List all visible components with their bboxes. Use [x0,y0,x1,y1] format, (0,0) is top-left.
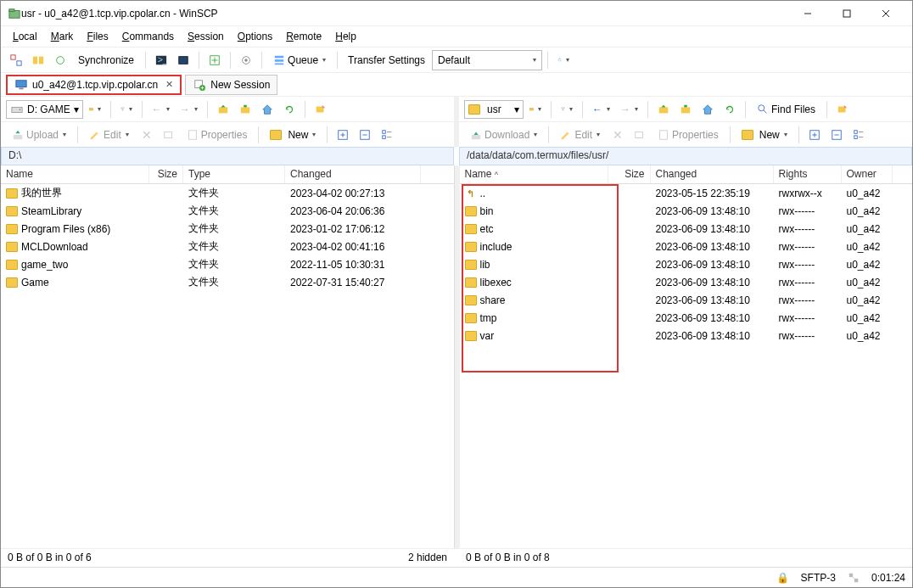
minimize-button[interactable] [788,1,827,26]
find-files-button[interactable]: Find Files [751,99,821,120]
col-changed[interactable]: Changed [285,165,421,183]
rename-remote-icon[interactable] [630,125,650,145]
back-button[interactable]: ←▾ [148,99,174,120]
local-file-list[interactable]: 我的世界文件夹2023-04-02 00:27:13SteamLibrary文件… [1,184,454,548]
bookmark-remote-icon[interactable] [832,99,853,120]
menu-options[interactable]: Options [232,29,277,44]
col-size-r[interactable]: Size [608,165,651,183]
home-icon[interactable] [257,99,277,120]
close-tab-icon[interactable]: ✕ [165,79,173,90]
session-tab-active[interactable]: u0_a42@1.tcp.vip.cpolar.cn ✕ [6,75,182,95]
file-row[interactable]: game_two文件夹2022-11-05 10:30:31 [1,255,454,273]
menu-session[interactable]: Session [182,29,229,44]
file-row[interactable]: Program Files (x86)文件夹2023-01-02 17:06:1… [1,220,454,238]
menu-remote[interactable]: Remote [281,29,327,44]
svg-rect-36 [659,107,669,113]
add-icon[interactable] [204,50,225,70]
bookmark-local-icon[interactable] [311,99,331,120]
sync-icon[interactable] [50,50,70,70]
refresh-local-icon[interactable] [279,99,300,120]
checklist-remote-icon[interactable] [849,125,869,145]
local-drive-combo[interactable]: D: GAME ▾ [6,100,83,119]
file-row[interactable]: include2023-06-09 13:48:10rwx------u0_a4… [460,238,913,255]
menu-commands[interactable]: Commands [117,29,179,44]
col-type[interactable]: Type [183,165,285,183]
file-row[interactable]: MCLDownload文件夹2023-04-02 00:41:16 [1,238,454,255]
plus-local-icon[interactable] [333,125,353,145]
gear-icon[interactable] [236,50,256,70]
remote-drive-combo[interactable]: usr ▾ [464,100,524,119]
file-row[interactable]: SteamLibrary文件夹2023-06-04 20:06:36 [1,202,454,220]
file-row[interactable]: etc2023-06-09 13:48:10rwx------u0_a42 [460,220,913,238]
file-row[interactable]: share2023-06-09 13:48:10rwx------u0_a42 [460,291,913,309]
queue-button[interactable]: Queue▾ [267,50,332,70]
menu-help[interactable]: Help [330,29,361,44]
file-row[interactable]: var2023-06-09 13:48:10rwx------u0_a42 [460,327,913,344]
plus-remote-icon[interactable] [804,125,825,145]
refresh-remote-icon[interactable] [720,99,740,120]
back-remote-button[interactable]: ←▾ [588,99,614,120]
parent-dir-remote-icon[interactable] [653,99,674,120]
files-row: Name Size Type Changed 我的世界文件夹2023-04-02… [1,165,912,548]
download-button[interactable]: Download▾ [464,125,543,145]
svg-rect-6 [11,54,15,59]
file-row[interactable]: Game文件夹2022-07-31 15:40:27 [1,273,454,291]
new-remote-button[interactable]: New▾ [736,125,793,145]
open-folder-remote-icon[interactable]: ▾ [525,99,546,120]
col-size[interactable]: Size [149,165,183,183]
forward-button[interactable]: →▾ [176,99,202,120]
open-folder-icon[interactable]: ▾ [85,99,105,120]
file-row[interactable]: ↰..2023-05-15 22:35:19rwxrwx--xu0_a42 [460,184,913,202]
local-path-bar[interactable]: D:\ [1,147,454,165]
minus-local-icon[interactable] [355,125,375,145]
minus-remote-icon[interactable] [826,125,847,145]
edit-remote-button[interactable]: Edit▾ [554,125,606,145]
checklist-local-icon[interactable] [377,125,397,145]
properties-local-button[interactable]: Properties [181,125,254,145]
menu-files[interactable]: Files [81,29,113,44]
new-local-button[interactable]: New▾ [264,125,322,145]
col-owner-r[interactable]: Owner [842,165,893,183]
file-row[interactable]: tmp2023-06-09 13:48:10rwx------u0_a42 [460,309,913,327]
edit-local-button[interactable]: Edit▾ [83,125,135,145]
menu-mark[interactable]: Mark [46,29,79,44]
file-row[interactable]: bin2023-06-09 13:48:10rwx------u0_a42 [460,202,913,220]
root-dir-remote-icon[interactable] [675,99,696,120]
putty-icon[interactable] [173,50,193,70]
file-row[interactable]: lib2023-06-09 13:48:10rwx------u0_a42 [460,255,913,273]
forward-remote-button[interactable]: →▾ [616,99,642,120]
menu-local[interactable]: Local [8,29,42,44]
home-remote-icon[interactable] [697,99,718,120]
delete-remote-icon[interactable]: ✕ [608,125,628,145]
filter-remote-icon[interactable]: ▾ [557,99,577,120]
svg-rect-43 [164,132,171,137]
transfer-settings-combo[interactable]: Default▾ [432,50,542,70]
properties-remote-button[interactable]: Properties [652,125,725,145]
col-name-r[interactable]: Name ^ [460,165,608,183]
new-session-button[interactable]: New Session [185,75,277,95]
file-row[interactable]: 我的世界文件夹2023-04-02 00:27:13 [1,184,454,202]
close-button[interactable] [866,1,905,26]
filter-icon[interactable]: ▾ [116,99,137,120]
refresh-icon[interactable]: ▾ [553,50,574,70]
compare-dirs-icon[interactable] [28,50,48,70]
rename-local-icon[interactable] [159,125,179,145]
synchronize-button[interactable]: Synchronize [72,50,140,70]
remote-path-bar[interactable]: /data/data/com.termux/files/usr/ [459,147,912,165]
col-name[interactable]: Name [1,165,149,183]
col-rights-r[interactable]: Rights [774,165,842,183]
parent-dir-icon[interactable] [213,99,233,120]
sync-browse-icon[interactable] [6,50,26,70]
upload-button[interactable]: Upload▾ [6,125,72,145]
root-dir-icon[interactable] [235,99,255,120]
local-drive-label: D: GAME [27,104,70,115]
titlebar: usr - u0_a42@1.tcp.vip.cpolar.cn - WinSC… [1,1,912,26]
folder-icon [468,104,480,115]
svg-rect-67 [854,578,858,581]
delete-local-icon[interactable]: ✕ [137,125,157,145]
console-icon[interactable]: >_ [151,50,171,70]
maximize-button[interactable] [827,1,866,26]
col-changed-r[interactable]: Changed [651,165,774,183]
remote-file-list[interactable]: ↰..2023-05-15 22:35:19rwxrwx--xu0_a42bin… [460,184,913,548]
file-row[interactable]: libexec2023-06-09 13:48:10rwx------u0_a4… [460,273,913,291]
